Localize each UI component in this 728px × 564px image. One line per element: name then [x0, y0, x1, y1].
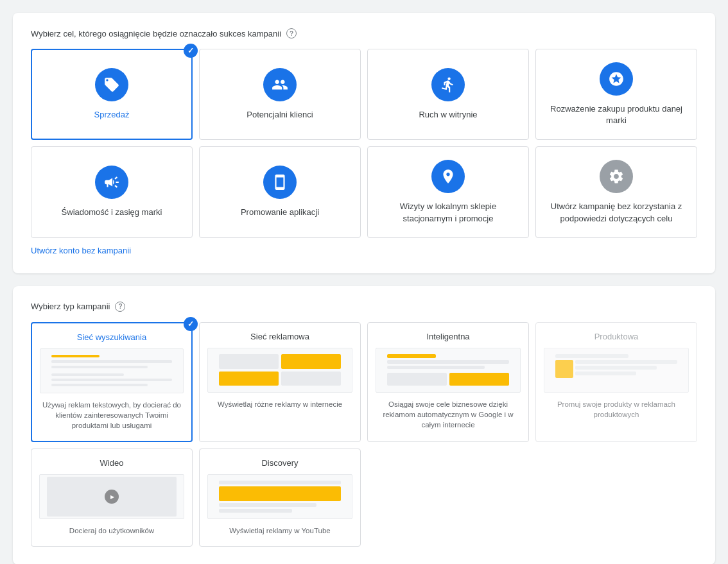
campaign-title-discovery: Discovery: [261, 458, 298, 468]
goal-card-promowanie[interactable]: Promowanie aplikacji: [199, 146, 361, 237]
goal-label-ruch: Ruch w witrynie: [419, 109, 477, 121]
goal-section-title-row: Wybierz cel, którego osiągnięcie będzie …: [31, 28, 697, 38]
discovery-thumb-content: [215, 477, 345, 516]
smart-block-2: [449, 373, 509, 386]
selected-check-wyszukiwania: [184, 317, 198, 331]
selected-check-sprzedaz: [184, 44, 198, 58]
cursor-icon: [440, 76, 456, 93]
create-account-link[interactable]: Utwórz konto bez kampanii: [31, 246, 131, 255]
goal-card-sprzedaz[interactable]: Sprzedaż: [31, 49, 193, 140]
display-thumb-content: [215, 350, 345, 389]
campaign-title-produktowa: Produktowa: [594, 332, 639, 341]
goal-help-icon[interactable]: ?: [286, 28, 297, 38]
smart-blocks: [387, 373, 509, 386]
shop-blocks: [555, 360, 677, 378]
pin-icon: [440, 168, 456, 185]
campaign-card-empty1: [367, 449, 529, 547]
campaign-title-inteligentna: Inteligentna: [426, 332, 469, 341]
campaign-thumb-discovery: [207, 474, 352, 519]
phone-icon: [272, 174, 288, 191]
campaign-card-inteligentna[interactable]: Inteligentna Osiągaj swoje cele biznesow…: [367, 322, 529, 442]
disc-line-2: [219, 503, 316, 507]
goal-label-swiadomosc: Świadomość i zasięg marki: [62, 207, 162, 218]
campaign-title-wyszukiwania: Sieć wyszukiwania: [77, 332, 146, 342]
campaign-card-empty2: [535, 449, 697, 547]
shop-line-1: [555, 354, 628, 358]
smart-line-1: [387, 354, 436, 358]
goal-card-potencjalni[interactable]: Potencjalni klienci: [199, 49, 361, 140]
sparkle-icon: [608, 71, 625, 87]
smart-line-2: [387, 360, 509, 364]
goal-selection-section: Wybierz cel, którego osiągnięcie będzie …: [13, 13, 715, 273]
shop-block-1: [555, 360, 573, 378]
shopping-thumb-content: [551, 350, 681, 389]
smart-block-1: [387, 373, 447, 386]
campaign-section-title: Wybierz typ kampanii: [31, 302, 110, 311]
thumb-line-3: [51, 366, 148, 368]
smart-line-3: [387, 366, 485, 370]
goal-icon-sprzedaz: [95, 68, 128, 101]
campaign-desc-produktowa: Promuj swoje produkty w reklamach produk…: [544, 399, 689, 420]
goal-label-potencjalni: Potencjalni klienci: [247, 109, 313, 121]
campaign-desc-inteligentna: Osiągaj swoje cele biznesowe dzięki rekl…: [376, 399, 521, 430]
campaign-desc-wideo: Docieraj do użytkowników: [69, 526, 154, 536]
goal-grid: Sprzedaż Potencjalni klienci Ruch w witr…: [31, 49, 697, 238]
display-block-2: [281, 354, 341, 369]
goal-card-swiadomosc[interactable]: Świadomość i zasięg marki: [31, 146, 193, 237]
goal-icon-rozwazenie: [600, 62, 633, 96]
disc-line-1: [219, 481, 341, 484]
thumb-line-4: [51, 373, 124, 376]
campaign-card-siec-wyszukiwania[interactable]: Sieć wyszukiwania Używaj reklam tekstowy…: [31, 322, 193, 442]
shop-line-2: [575, 360, 677, 364]
campaign-thumb-wideo: [39, 474, 184, 519]
people-icon: [272, 76, 288, 93]
goal-card-bez-celu[interactable]: Utwórz kampanię bez korzystania z podpow…: [535, 146, 697, 237]
campaign-title-wideo: Wideo: [100, 458, 124, 468]
shop-line-4: [575, 372, 636, 375]
campaign-card-discovery[interactable]: Discovery Wyświetlaj reklamy w YouTube: [199, 449, 361, 547]
campaign-help-icon[interactable]: ?: [115, 302, 125, 312]
goal-label-wizyty: Wizyty w lokalnym sklepie stacjonarnym i…: [376, 201, 521, 224]
campaign-card-siec-reklamowa[interactable]: Sieć reklamowa Wyświetlaj różne reklamy …: [199, 322, 361, 442]
campaign-grid-row2: Wideo Docieraj do użytkowników Discovery…: [31, 449, 697, 547]
display-block-4: [281, 372, 341, 386]
search-thumb-content: [48, 351, 176, 390]
goal-card-rozwazenie[interactable]: Rozważenie zakupu produktu danej marki: [535, 49, 697, 140]
thumb-line-1: [51, 355, 100, 357]
goal-icon-promowanie: [263, 166, 297, 199]
goal-label-rozwazenie: Rozważenie zakupu produktu danej marki: [544, 103, 689, 126]
thumb-line-5: [51, 379, 172, 381]
campaign-desc-discovery: Wyświetlaj reklamy w YouTube: [229, 526, 330, 536]
campaign-section-title-row: Wybierz typ kampanii ?: [31, 302, 697, 312]
display-block-3: [219, 372, 279, 386]
goal-label-sprzedaz: Sprzedaż: [94, 109, 130, 121]
campaign-thumb-reklamowa: [207, 348, 352, 393]
thumb-line-6: [51, 384, 148, 386]
disc-line-3: [219, 509, 292, 513]
campaign-thumb-inteligentna: [376, 348, 521, 393]
campaign-thumb-produktowa: [544, 348, 689, 393]
goal-label-promowanie: Promowanie aplikacji: [241, 207, 319, 218]
shop-line-3: [575, 366, 657, 370]
tag-icon: [103, 76, 120, 93]
video-thumb-content: [47, 477, 177, 516]
goal-card-ruch[interactable]: Ruch w witrynie: [367, 49, 529, 140]
campaign-type-section: Wybierz typ kampanii ? Sieć wyszukiwania…: [13, 286, 715, 564]
campaign-title-reklamowa: Sieć reklamowa: [250, 332, 309, 341]
megaphone-icon: [103, 174, 120, 191]
campaign-desc-wyszukiwania: Używaj reklam tekstowych, by docierać do…: [40, 400, 184, 431]
goal-icon-wizyty: [431, 160, 465, 193]
goal-icon-ruch: [431, 68, 465, 101]
play-button-icon: [105, 490, 119, 504]
campaign-card-wideo[interactable]: Wideo Docieraj do użytkowników: [31, 449, 193, 547]
campaign-grid-row1: Sieć wyszukiwania Używaj reklam tekstowy…: [31, 322, 697, 442]
gear-icon: [608, 168, 625, 185]
goal-label-bez-celu: Utwórz kampanię bez korzystania z podpow…: [544, 201, 689, 224]
goal-icon-potencjalni: [263, 68, 297, 101]
goal-card-wizyty[interactable]: Wizyty w lokalnym sklepie stacjonarnym i…: [367, 146, 529, 237]
display-block-1: [219, 354, 279, 369]
shop-lines-col: [575, 360, 677, 378]
campaign-thumb-wyszukiwania: [40, 348, 184, 393]
campaign-card-produktowa[interactable]: Produktowa Promuj swoje produkty w rekla…: [535, 322, 697, 442]
disc-block-1: [219, 486, 341, 501]
